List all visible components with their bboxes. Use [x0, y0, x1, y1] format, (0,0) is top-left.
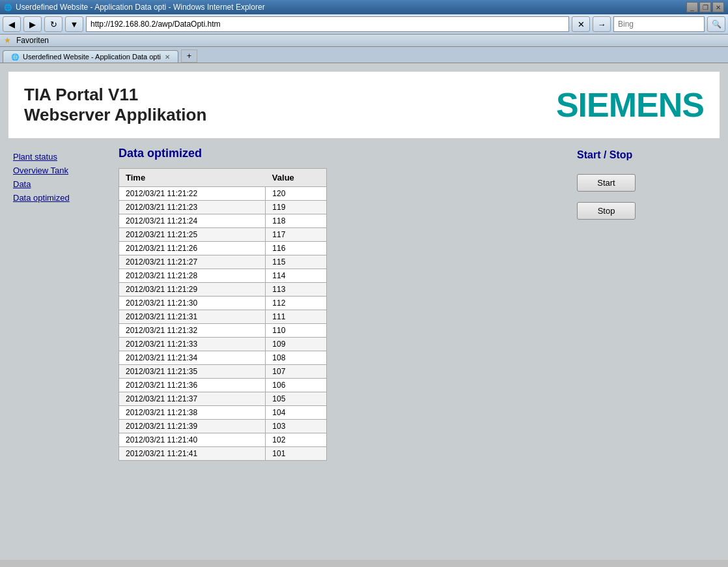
address-bar[interactable]	[86, 16, 569, 32]
stop-button[interactable]: ✕	[572, 16, 590, 32]
data-table: Time Value 2012/03/21 11:21:221202012/03…	[119, 168, 327, 461]
cell-value: 119	[266, 201, 327, 214]
table-row: 2012/03/21 11:21:39103	[119, 420, 327, 433]
table-row: 2012/03/21 11:21:24118	[119, 214, 327, 228]
dropdown-button[interactable]: ▼	[65, 16, 83, 32]
cell-time: 2012/03/21 11:21:31	[119, 310, 266, 324]
cell-time: 2012/03/21 11:21:37	[119, 392, 266, 406]
control-section: Start / Stop Start Stop	[577, 147, 707, 544]
search-go-button[interactable]: 🔍	[707, 16, 725, 32]
cell-value: 114	[266, 269, 327, 283]
cell-time: 2012/03/21 11:21:25	[119, 228, 266, 242]
start-button[interactable]: Start	[577, 174, 636, 192]
main-content: Data optimized Time Value 2012/03/21 11:…	[105, 139, 720, 552]
cell-value: 109	[266, 338, 327, 351]
cell-time: 2012/03/21 11:21:33	[119, 338, 266, 351]
forward-button[interactable]: ▶	[23, 16, 42, 32]
table-row: 2012/03/21 11:21:37105	[119, 392, 327, 406]
cell-value: 108	[266, 351, 327, 365]
cell-value: 111	[266, 310, 327, 324]
cell-time: 2012/03/21 11:21:28	[119, 269, 266, 283]
cell-value: 118	[266, 214, 327, 228]
sidebar-item-data[interactable]: Data	[13, 179, 100, 189]
stop-button[interactable]: Stop	[577, 202, 636, 220]
cell-value: 102	[266, 433, 327, 447]
cell-time: 2012/03/21 11:21:38	[119, 406, 266, 420]
table-row: 2012/03/21 11:21:28114	[119, 269, 327, 283]
cell-time: 2012/03/21 11:21:32	[119, 324, 266, 338]
cell-time: 2012/03/21 11:21:26	[119, 242, 266, 255]
restore-button[interactable]: ❐	[699, 2, 711, 12]
cell-time: 2012/03/21 11:21:39	[119, 420, 266, 433]
sidebar-item-data-optimized[interactable]: Data optimized	[13, 193, 100, 203]
sidebar-item-overview-tank[interactable]: Overview Tank	[13, 166, 100, 175]
cell-value: 115	[266, 255, 327, 269]
cell-value: 116	[266, 242, 327, 255]
table-row: 2012/03/21 11:21:30112	[119, 297, 327, 310]
favorites-star-icon: ★	[4, 36, 11, 45]
cell-time: 2012/03/21 11:21:34	[119, 351, 266, 365]
table-row: 2012/03/21 11:21:29113	[119, 283, 327, 297]
table-row: 2012/03/21 11:21:23119	[119, 201, 327, 214]
section-title: Data optimized	[119, 147, 551, 160]
cell-time: 2012/03/21 11:21:23	[119, 201, 266, 214]
active-tab[interactable]: 🌐 Userdefined Website - Application Data…	[3, 50, 178, 63]
tab-icon: 🌐	[11, 53, 19, 61]
favorites-bar: ★ Favoriten	[0, 35, 728, 47]
cell-time: 2012/03/21 11:21:35	[119, 365, 266, 379]
cell-value: 106	[266, 379, 327, 392]
favorites-label: Favoriten	[16, 36, 49, 45]
browser-titlebar: 🌐 Userdefined Website - Application Data…	[0, 0, 728, 14]
tab-close-button[interactable]: ✕	[165, 53, 170, 61]
site-title-line1: TIA Portal V11	[24, 85, 206, 105]
site-title-block: TIA Portal V11 Webserver Applikation	[24, 85, 206, 125]
refresh-button[interactable]: ↻	[44, 16, 63, 32]
new-tab-button[interactable]: +	[181, 50, 197, 63]
close-button[interactable]: ✕	[712, 2, 724, 12]
table-row: 2012/03/21 11:21:35107	[119, 365, 327, 379]
sidebar-item-plant-status[interactable]: Plant status	[13, 152, 100, 162]
cell-time: 2012/03/21 11:21:30	[119, 297, 266, 310]
content-area: Plant status Overview Tank Data Data opt…	[8, 139, 720, 552]
page-area: TIA Portal V11 Webserver Applikation SIE…	[0, 63, 728, 560]
table-row: 2012/03/21 11:21:27115	[119, 255, 327, 269]
cell-time: 2012/03/21 11:21:29	[119, 283, 266, 297]
cell-time: 2012/03/21 11:21:40	[119, 433, 266, 447]
table-row: 2012/03/21 11:21:34108	[119, 351, 327, 365]
cell-time: 2012/03/21 11:21:24	[119, 214, 266, 228]
browser-toolbar: ◀ ▶ ↻ ▼ ✕ → 🔍	[0, 14, 728, 35]
cell-value: 120	[266, 187, 327, 201]
table-row: 2012/03/21 11:21:25117	[119, 228, 327, 242]
table-row: 2012/03/21 11:21:41101	[119, 447, 327, 461]
sidebar: Plant status Overview Tank Data Data opt…	[8, 139, 105, 552]
cell-time: 2012/03/21 11:21:22	[119, 187, 266, 201]
cell-time: 2012/03/21 11:21:41	[119, 447, 266, 461]
cell-value: 110	[266, 324, 327, 338]
site-title-line2: Webserver Applikation	[24, 105, 206, 125]
cell-value: 117	[266, 228, 327, 242]
search-input[interactable]	[613, 16, 705, 32]
tab-bar: 🌐 Userdefined Website - Application Data…	[0, 47, 728, 63]
go-button[interactable]: →	[593, 16, 611, 32]
control-title: Start / Stop	[577, 149, 707, 161]
browser-title: Userdefined Website - Application Data o…	[16, 3, 682, 12]
table-row: 2012/03/21 11:21:33109	[119, 338, 327, 351]
cell-time: 2012/03/21 11:21:27	[119, 255, 266, 269]
tab-label: Userdefined Website - Application Data o…	[23, 53, 161, 61]
table-row: 2012/03/21 11:21:36106	[119, 379, 327, 392]
data-section: Data optimized Time Value 2012/03/21 11:…	[119, 147, 551, 544]
ie-icon: 🌐	[4, 4, 12, 11]
siemens-logo: SIEMENS	[556, 85, 704, 124]
table-row: 2012/03/21 11:21:38104	[119, 406, 327, 420]
cell-value: 105	[266, 392, 327, 406]
minimize-button[interactable]: _	[686, 2, 698, 12]
table-row: 2012/03/21 11:21:32110	[119, 324, 327, 338]
site-header: TIA Portal V11 Webserver Applikation SIE…	[8, 71, 720, 139]
cell-value: 112	[266, 297, 327, 310]
cell-time: 2012/03/21 11:21:36	[119, 379, 266, 392]
col-time-header: Time	[119, 169, 266, 187]
cell-value: 101	[266, 447, 327, 461]
cell-value: 113	[266, 283, 327, 297]
col-value-header: Value	[266, 169, 327, 187]
back-button[interactable]: ◀	[3, 16, 21, 32]
